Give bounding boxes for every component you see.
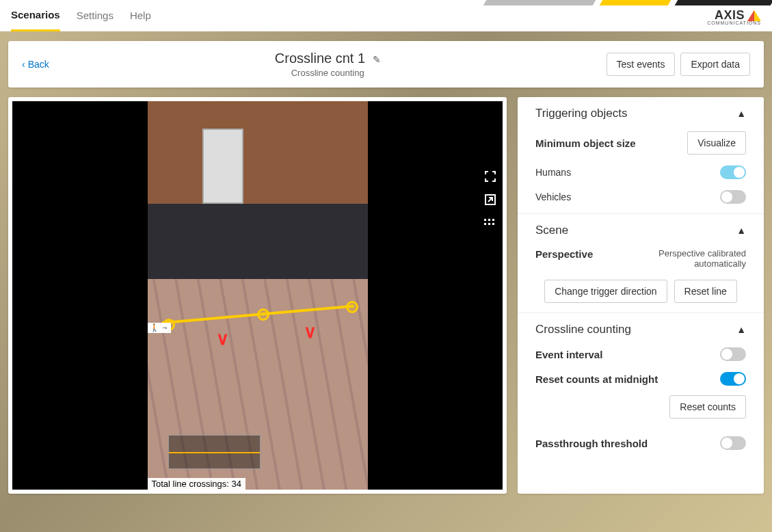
svg-rect-1 [484, 219, 486, 221]
total-crossings-label: Total line crossings: 34 [148, 478, 246, 490]
video-preview[interactable]: ∨ ∨ 🚶 → Total line crossings: 34 [12, 101, 503, 490]
humans-label: Humans [535, 167, 571, 178]
svg-rect-2 [488, 219, 490, 221]
brand-sub: COMMUNICATIONS [707, 21, 761, 25]
pedestrian-icon: 🚶 → [148, 323, 171, 333]
section-crossline-counting[interactable]: Crossline counting ▲ [535, 323, 746, 336]
crossline-node[interactable] [346, 301, 358, 313]
chevron-left-icon: ‹ [22, 59, 25, 70]
perspective-value: Perspective calibrated automatically [609, 248, 746, 269]
tab-settings[interactable]: Settings [77, 0, 114, 31]
section-scene[interactable]: Scene ▲ [535, 224, 746, 237]
fullscreen-icon[interactable] [483, 170, 497, 183]
chevron-up-icon: ▲ [736, 225, 746, 236]
reset-midnight-label: Reset counts at midnight [535, 373, 658, 385]
mini-chart [168, 435, 261, 469]
scenario-header: ‹ Back Crossline cnt 1 ✎ Crossline count… [8, 41, 764, 88]
video-preview-card: ∨ ∨ 🚶 → Total line crossings: 34 [8, 97, 507, 494]
svg-rect-4 [484, 223, 486, 225]
svg-rect-5 [488, 223, 490, 225]
tab-help[interactable]: Help [130, 0, 151, 31]
test-events-button[interactable]: Test events [607, 53, 676, 76]
event-interval-label: Event interval [535, 349, 602, 360]
grid-icon[interactable] [483, 216, 497, 230]
chevron-up-icon: ▲ [736, 108, 746, 119]
direction-arrow-icon: ∨ [304, 321, 317, 343]
svg-rect-6 [492, 223, 494, 225]
chevron-up-icon: ▲ [736, 324, 746, 335]
crossline-node[interactable] [257, 308, 269, 321]
settings-panel: Triggering objects ▲ Minimum object size… [518, 97, 764, 494]
scenario-title: Crossline cnt 1 [275, 51, 365, 66]
section-triggering-objects[interactable]: Triggering objects ▲ [535, 107, 746, 120]
change-trigger-direction-button[interactable]: Change trigger direction [544, 280, 667, 303]
top-tabs: Scenarios Settings Help [11, 0, 151, 31]
export-data-button[interactable]: Export data [680, 53, 750, 76]
reset-counts-button[interactable]: Reset counts [669, 395, 746, 418]
svg-rect-3 [492, 219, 494, 221]
scenario-subtitle: Crossline counting [49, 68, 607, 78]
visualize-button[interactable]: Visualize [687, 131, 746, 155]
vehicles-toggle[interactable] [720, 190, 746, 204]
expand-icon[interactable] [483, 193, 497, 207]
edit-icon[interactable]: ✎ [373, 54, 381, 65]
perspective-label: Perspective [535, 248, 593, 260]
min-object-size-label: Minimum object size [535, 137, 636, 149]
event-interval-toggle[interactable] [720, 347, 746, 361]
humans-toggle[interactable] [720, 165, 746, 179]
passthrough-toggle[interactable] [720, 436, 746, 450]
tab-scenarios[interactable]: Scenarios [11, 0, 60, 31]
direction-arrow-icon: ∨ [216, 328, 229, 349]
passthrough-label: Passthrough threshold [535, 438, 648, 449]
back-link[interactable]: ‹ Back [22, 59, 49, 70]
vehicles-label: Vehicles [535, 191, 571, 202]
reset-line-button[interactable]: Reset line [674, 280, 737, 303]
reset-midnight-toggle[interactable] [720, 372, 746, 386]
